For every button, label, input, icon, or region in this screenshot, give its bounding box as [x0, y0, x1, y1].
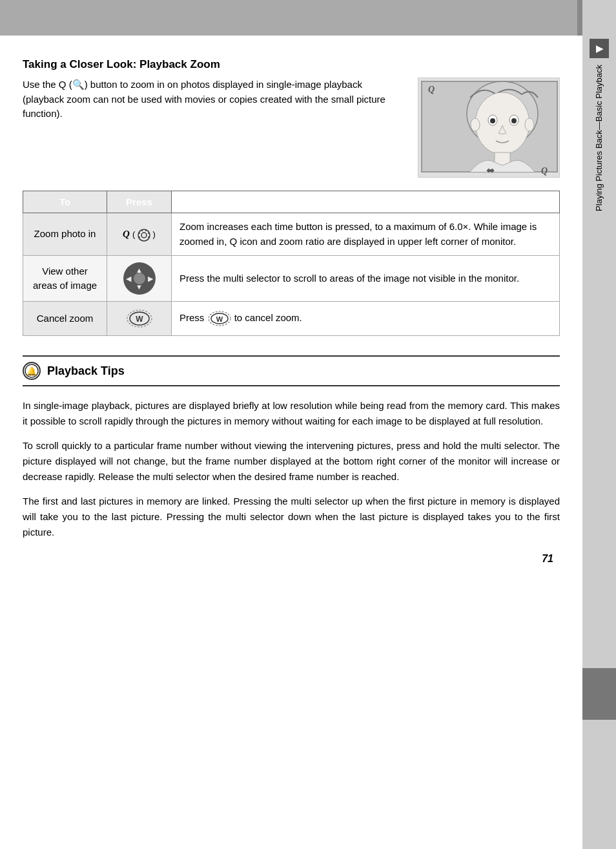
page-number: 71	[23, 553, 560, 565]
table-row: Zoom photo in Q (	[23, 213, 560, 256]
page-title: Taking a Closer Look: Playback Zoom	[23, 58, 560, 71]
table-cell-to-1: Zoom photo in	[23, 213, 107, 256]
sidebar-label: Playing Pictures Back—Basic Playback	[593, 65, 605, 211]
w-button-icon-container: W	[115, 308, 163, 329]
table-cell-to-2: View otherareas of image	[23, 256, 107, 302]
svg-text:W: W	[216, 315, 223, 323]
svg-point-9	[525, 118, 534, 131]
arrow-up: ▲	[136, 265, 143, 276]
tips-body: In single-image playback, pictures are d…	[23, 398, 560, 540]
multi-selector-icon: ▲ ▼ ◀ ▶	[115, 262, 163, 295]
intro-block: Use the Q (🔍) button to zoom in on photo…	[23, 78, 560, 178]
table-header-press: Press	[107, 191, 172, 213]
table-cell-press-3: W	[107, 302, 172, 336]
tips-paragraph-2: To scroll quickly to a particular frame …	[23, 438, 560, 485]
svg-text:Q: Q	[541, 166, 548, 176]
table-header-desc: Description	[172, 191, 560, 213]
zoom-circle-icon: ( )	[132, 229, 156, 239]
w-button-svg: W	[126, 308, 153, 329]
tips-paragraph-1: In single-image playback, pictures are d…	[23, 398, 560, 429]
table-cell-desc-3: Press W to cancel zoom.	[172, 302, 560, 336]
svg-text:W: W	[136, 315, 143, 324]
svg-text:Q: Q	[428, 85, 435, 94]
svg-text:🔔: 🔔	[26, 366, 37, 377]
svg-point-8	[471, 118, 480, 131]
svg-point-5	[490, 118, 495, 123]
tips-paragraph-3: The first and last pictures in memory ar…	[23, 494, 560, 540]
sidebar-bottom-block	[582, 668, 616, 720]
zoom-table: To Press Description Zoom photo in Q (	[23, 191, 560, 336]
tips-icon: 🔔	[23, 362, 41, 380]
svg-point-15	[141, 233, 147, 238]
table-cell-to-3: Cancel zoom	[23, 302, 107, 336]
q-button-icon: Q	[123, 229, 130, 239]
table-cell-press-2: ▲ ▼ ◀ ▶	[107, 256, 172, 302]
table-cell-press-1: Q ( )	[107, 213, 172, 256]
table-row: View otherareas of image ▲ ▼ ◀ ▶ Press t…	[23, 256, 560, 302]
table-cell-desc-2: Press the multi selector to scroll to ar…	[172, 256, 560, 302]
arrow-down: ▼	[136, 282, 143, 293]
top-bar-inner	[0, 0, 577, 36]
camera-image: Q ⬌ Q	[418, 78, 560, 178]
table-header-to: To	[23, 191, 107, 213]
tips-header: 🔔 Playback Tips	[23, 355, 560, 386]
main-content: Taking a Closer Look: Playback Zoom Use …	[0, 36, 582, 584]
svg-point-7	[511, 118, 517, 123]
right-sidebar: ▶ Playing Pictures Back—Basic Playback	[582, 0, 616, 849]
arrow-left: ◀	[126, 273, 131, 284]
table-row: Cancel zoom W Press W	[23, 302, 560, 336]
arrow-right: ▶	[148, 273, 153, 284]
w-inline-icon: W	[207, 310, 232, 327]
svg-point-14	[138, 229, 150, 241]
tips-title: Playback Tips	[47, 364, 125, 378]
table-cell-desc-1: Zoom increases each time button is press…	[172, 213, 560, 256]
intro-text: Use the Q (🔍) button to zoom in on photo…	[23, 78, 405, 121]
bell-icon: 🔔	[25, 364, 39, 378]
svg-text:⬌: ⬌	[486, 165, 495, 176]
top-bar	[0, 0, 616, 36]
svg-point-3	[475, 92, 529, 154]
sidebar-play-icon: ▶	[590, 39, 609, 58]
